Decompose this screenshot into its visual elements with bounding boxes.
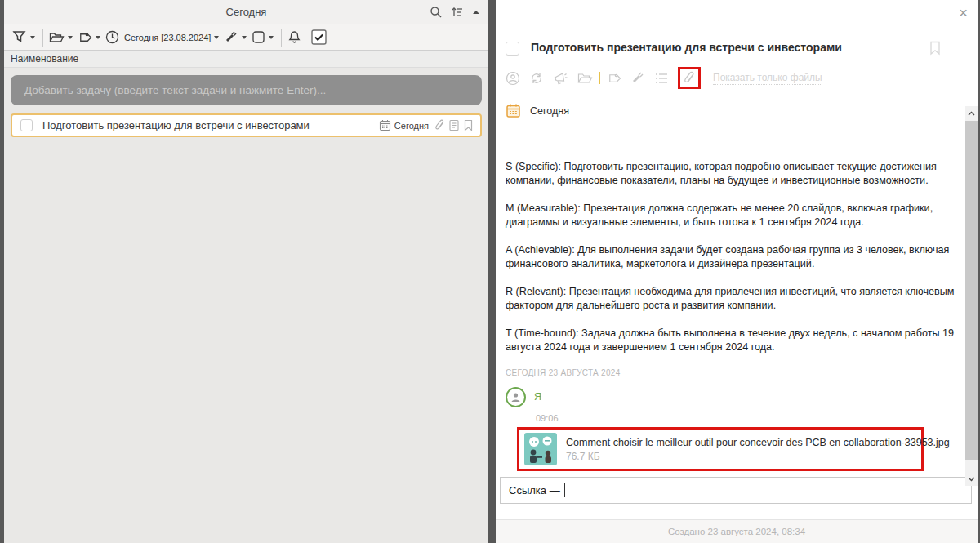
search-icon[interactable] <box>430 6 443 19</box>
comment-header: Я <box>506 387 942 407</box>
avatar <box>506 387 526 407</box>
task-title: Подготовить презентацию для встречи с ин… <box>42 119 379 131</box>
close-icon[interactable]: × <box>959 5 968 21</box>
scroll-up-icon[interactable] <box>965 106 978 120</box>
comment-input[interactable]: Ссылка — <box>500 477 972 504</box>
checklist-icon[interactable] <box>654 72 669 85</box>
task-due-label: Сегодня <box>394 121 429 131</box>
calendar-icon <box>506 103 521 118</box>
tag-icon[interactable] <box>607 72 621 85</box>
created-footer: Создано 23 августа 2024, 08:34 <box>496 519 978 543</box>
sort-icon[interactable] <box>451 6 464 19</box>
completed-checkbox[interactable] <box>311 29 327 45</box>
assignee-icon[interactable] <box>506 71 520 86</box>
note-icon <box>448 119 460 131</box>
brush-button[interactable] <box>224 30 247 44</box>
scrollbar-thumb[interactable] <box>965 121 978 460</box>
toolbar-separator <box>281 29 282 47</box>
description-paragraph: A (Achievable): Для выполнения задачи бу… <box>506 243 968 271</box>
date-filter-label: Сегодня [23.08.2024] <box>124 33 211 42</box>
description-paragraph: S (Specific): Подготовить презентацию, к… <box>506 160 968 188</box>
detail-task-checkbox[interactable] <box>506 42 519 56</box>
panel-splitter[interactable] <box>488 0 496 543</box>
attachment-filesize: 76.7 КБ <box>566 451 950 462</box>
color-box-button[interactable] <box>252 30 274 44</box>
comment-input-value: Ссылка — <box>509 484 560 496</box>
tag-button[interactable] <box>78 31 100 44</box>
toolbar-separator <box>42 29 43 47</box>
description-paragraph: M (Measurable): Презентация должна содер… <box>506 202 968 229</box>
detail-toolbar: Показать только файлы <box>506 67 942 89</box>
detail-task-title: Подготовить презентацию для встречи с ин… <box>531 41 920 54</box>
bookmark-icon <box>463 119 474 131</box>
day-separator: СЕГОДНЯ 23 АВГУСТА 2024 <box>506 368 942 377</box>
dropdown-caret-icon <box>214 36 219 39</box>
filter-button[interactable] <box>12 30 35 44</box>
folder-button[interactable] <box>49 31 73 44</box>
description-paragraph: T (Time-bound): Задача должна быть выпол… <box>506 327 968 354</box>
scrollbar[interactable] <box>965 106 978 486</box>
task-description: S (Specific): Подготовить презентацию, к… <box>506 160 968 354</box>
paperclip-icon[interactable] <box>683 71 696 85</box>
app-window: Сегодня <box>0 0 980 543</box>
due-date-chip[interactable]: Сегодня <box>506 103 942 118</box>
description-paragraph: R (Relevant): Презентация необходима для… <box>506 285 968 313</box>
attachment-highlight-box <box>678 67 701 89</box>
list-toolbar: Сегодня [23.08.2024] <box>4 24 488 50</box>
date-filter-button[interactable]: Сегодня [23.08.2024] <box>105 30 219 44</box>
task-row[interactable]: Подготовить презентацию для встречи с ин… <box>11 113 482 137</box>
dropdown-caret-icon <box>269 36 274 39</box>
task-detail-panel: × Подготовить презентацию для встречи с … <box>496 0 978 543</box>
attachment-filename: Comment choisir le meilleur outil pour c… <box>566 437 950 448</box>
bell-button[interactable] <box>287 30 301 44</box>
megaphone-icon[interactable] <box>553 71 568 86</box>
due-date-label: Сегодня <box>530 105 569 117</box>
dropdown-caret-icon <box>242 36 247 39</box>
bookmark-icon[interactable] <box>929 41 942 56</box>
paperclip-icon <box>434 119 445 131</box>
list-title: Сегодня <box>4 0 488 24</box>
scroll-down-icon[interactable] <box>965 472 978 486</box>
text-cursor <box>564 483 565 497</box>
dropdown-caret-icon <box>30 36 35 39</box>
comment-author: Я <box>534 391 541 403</box>
dropdown-caret-icon <box>68 36 73 39</box>
show-only-files-toggle[interactable]: Показать только файлы <box>713 72 822 85</box>
attachment-thumbnail <box>524 433 557 465</box>
task-checkbox[interactable] <box>20 119 33 131</box>
comment-time: 09:06 <box>536 413 942 423</box>
brush-icon[interactable] <box>630 71 645 85</box>
column-header-name[interactable]: Наименование <box>4 50 488 68</box>
repeat-icon[interactable] <box>529 71 544 86</box>
calendar-icon <box>379 119 391 131</box>
collapse-icon[interactable] <box>472 9 480 16</box>
add-task-input[interactable]: Добавить задачу (введите текст задачи и … <box>11 75 482 105</box>
task-list-panel: Сегодня <box>4 0 488 543</box>
attachment-card[interactable]: Comment choisir le meilleur outil pour c… <box>517 427 924 471</box>
list-header: Сегодня <box>4 0 488 24</box>
folder-icon[interactable] <box>577 72 593 85</box>
dropdown-caret-icon <box>96 36 100 39</box>
toolbar-separator-yellow <box>599 72 600 84</box>
task-list-body: Добавить задачу (введите текст задачи и … <box>4 68 488 145</box>
